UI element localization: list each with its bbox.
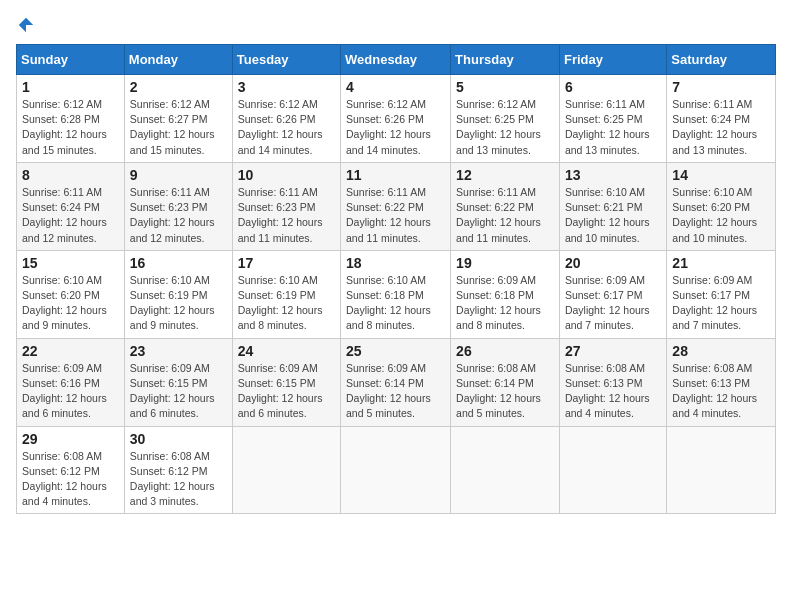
calendar-week-row: 15Sunrise: 6:10 AMSunset: 6:20 PMDayligh… [17,250,776,338]
day-detail: Sunrise: 6:09 AMSunset: 6:14 PMDaylight:… [346,361,445,422]
day-detail: Sunrise: 6:11 AMSunset: 6:22 PMDaylight:… [346,185,445,246]
day-detail: Sunrise: 6:11 AMSunset: 6:25 PMDaylight:… [565,97,661,158]
calendar-week-row: 1Sunrise: 6:12 AMSunset: 6:28 PMDaylight… [17,75,776,163]
day-detail: Sunrise: 6:11 AMSunset: 6:22 PMDaylight:… [456,185,554,246]
calendar-cell: 13Sunrise: 6:10 AMSunset: 6:21 PMDayligh… [559,162,666,250]
logo [16,16,36,34]
day-number: 23 [130,343,227,359]
day-number: 14 [672,167,770,183]
calendar-cell: 30Sunrise: 6:08 AMSunset: 6:12 PMDayligh… [124,426,232,514]
day-detail: Sunrise: 6:12 AMSunset: 6:28 PMDaylight:… [22,97,119,158]
calendar-cell: 15Sunrise: 6:10 AMSunset: 6:20 PMDayligh… [17,250,125,338]
calendar-cell: 25Sunrise: 6:09 AMSunset: 6:14 PMDayligh… [341,338,451,426]
calendar-cell: 4Sunrise: 6:12 AMSunset: 6:26 PMDaylight… [341,75,451,163]
calendar-cell [667,426,776,514]
calendar-day-header: Friday [559,45,666,75]
svg-marker-0 [19,18,33,32]
day-number: 13 [565,167,661,183]
logo-icon [17,16,35,34]
calendar-cell: 7Sunrise: 6:11 AMSunset: 6:24 PMDaylight… [667,75,776,163]
day-number: 5 [456,79,554,95]
day-detail: Sunrise: 6:09 AMSunset: 6:15 PMDaylight:… [130,361,227,422]
day-detail: Sunrise: 6:11 AMSunset: 6:23 PMDaylight:… [130,185,227,246]
day-number: 1 [22,79,119,95]
day-number: 11 [346,167,445,183]
calendar-day-header: Saturday [667,45,776,75]
day-number: 18 [346,255,445,271]
day-number: 24 [238,343,335,359]
day-number: 21 [672,255,770,271]
calendar-cell: 28Sunrise: 6:08 AMSunset: 6:13 PMDayligh… [667,338,776,426]
calendar-cell: 21Sunrise: 6:09 AMSunset: 6:17 PMDayligh… [667,250,776,338]
calendar-cell: 2Sunrise: 6:12 AMSunset: 6:27 PMDaylight… [124,75,232,163]
day-number: 7 [672,79,770,95]
day-detail: Sunrise: 6:12 AMSunset: 6:26 PMDaylight:… [238,97,335,158]
calendar-week-row: 29Sunrise: 6:08 AMSunset: 6:12 PMDayligh… [17,426,776,514]
day-detail: Sunrise: 6:08 AMSunset: 6:12 PMDaylight:… [22,449,119,510]
calendar-cell: 22Sunrise: 6:09 AMSunset: 6:16 PMDayligh… [17,338,125,426]
calendar-cell: 14Sunrise: 6:10 AMSunset: 6:20 PMDayligh… [667,162,776,250]
day-detail: Sunrise: 6:08 AMSunset: 6:14 PMDaylight:… [456,361,554,422]
calendar-cell [232,426,340,514]
calendar-day-header: Wednesday [341,45,451,75]
calendar-day-header: Sunday [17,45,125,75]
calendar-day-header: Thursday [451,45,560,75]
calendar-cell: 19Sunrise: 6:09 AMSunset: 6:18 PMDayligh… [451,250,560,338]
day-detail: Sunrise: 6:12 AMSunset: 6:26 PMDaylight:… [346,97,445,158]
day-number: 16 [130,255,227,271]
day-number: 22 [22,343,119,359]
day-detail: Sunrise: 6:10 AMSunset: 6:20 PMDaylight:… [22,273,119,334]
day-detail: Sunrise: 6:08 AMSunset: 6:13 PMDaylight:… [565,361,661,422]
calendar-cell: 26Sunrise: 6:08 AMSunset: 6:14 PMDayligh… [451,338,560,426]
calendar-cell: 10Sunrise: 6:11 AMSunset: 6:23 PMDayligh… [232,162,340,250]
day-detail: Sunrise: 6:09 AMSunset: 6:17 PMDaylight:… [672,273,770,334]
calendar-cell [559,426,666,514]
day-detail: Sunrise: 6:10 AMSunset: 6:20 PMDaylight:… [672,185,770,246]
calendar-header-row: SundayMondayTuesdayWednesdayThursdayFrid… [17,45,776,75]
calendar-cell: 8Sunrise: 6:11 AMSunset: 6:24 PMDaylight… [17,162,125,250]
calendar-cell: 16Sunrise: 6:10 AMSunset: 6:19 PMDayligh… [124,250,232,338]
day-detail: Sunrise: 6:08 AMSunset: 6:13 PMDaylight:… [672,361,770,422]
day-detail: Sunrise: 6:09 AMSunset: 6:17 PMDaylight:… [565,273,661,334]
calendar-week-row: 8Sunrise: 6:11 AMSunset: 6:24 PMDaylight… [17,162,776,250]
day-number: 15 [22,255,119,271]
calendar-cell: 11Sunrise: 6:11 AMSunset: 6:22 PMDayligh… [341,162,451,250]
day-number: 9 [130,167,227,183]
calendar-cell: 12Sunrise: 6:11 AMSunset: 6:22 PMDayligh… [451,162,560,250]
day-number: 25 [346,343,445,359]
day-number: 27 [565,343,661,359]
day-number: 3 [238,79,335,95]
calendar-cell: 3Sunrise: 6:12 AMSunset: 6:26 PMDaylight… [232,75,340,163]
day-detail: Sunrise: 6:10 AMSunset: 6:19 PMDaylight:… [238,273,335,334]
day-number: 17 [238,255,335,271]
day-detail: Sunrise: 6:10 AMSunset: 6:19 PMDaylight:… [130,273,227,334]
calendar-cell: 17Sunrise: 6:10 AMSunset: 6:19 PMDayligh… [232,250,340,338]
calendar-cell: 18Sunrise: 6:10 AMSunset: 6:18 PMDayligh… [341,250,451,338]
day-detail: Sunrise: 6:10 AMSunset: 6:21 PMDaylight:… [565,185,661,246]
calendar-table: SundayMondayTuesdayWednesdayThursdayFrid… [16,44,776,514]
day-number: 6 [565,79,661,95]
day-detail: Sunrise: 6:12 AMSunset: 6:27 PMDaylight:… [130,97,227,158]
day-number: 30 [130,431,227,447]
calendar-cell [451,426,560,514]
day-detail: Sunrise: 6:09 AMSunset: 6:16 PMDaylight:… [22,361,119,422]
calendar-cell: 20Sunrise: 6:09 AMSunset: 6:17 PMDayligh… [559,250,666,338]
calendar-cell: 1Sunrise: 6:12 AMSunset: 6:28 PMDaylight… [17,75,125,163]
day-number: 26 [456,343,554,359]
calendar-cell: 23Sunrise: 6:09 AMSunset: 6:15 PMDayligh… [124,338,232,426]
day-number: 20 [565,255,661,271]
day-detail: Sunrise: 6:11 AMSunset: 6:24 PMDaylight:… [22,185,119,246]
day-number: 12 [456,167,554,183]
day-detail: Sunrise: 6:10 AMSunset: 6:18 PMDaylight:… [346,273,445,334]
day-number: 29 [22,431,119,447]
day-detail: Sunrise: 6:09 AMSunset: 6:18 PMDaylight:… [456,273,554,334]
calendar-cell: 29Sunrise: 6:08 AMSunset: 6:12 PMDayligh… [17,426,125,514]
calendar-day-header: Monday [124,45,232,75]
day-detail: Sunrise: 6:08 AMSunset: 6:12 PMDaylight:… [130,449,227,510]
day-number: 10 [238,167,335,183]
day-number: 19 [456,255,554,271]
day-number: 28 [672,343,770,359]
page-header [16,16,776,34]
calendar-cell: 5Sunrise: 6:12 AMSunset: 6:25 PMDaylight… [451,75,560,163]
day-detail: Sunrise: 6:09 AMSunset: 6:15 PMDaylight:… [238,361,335,422]
